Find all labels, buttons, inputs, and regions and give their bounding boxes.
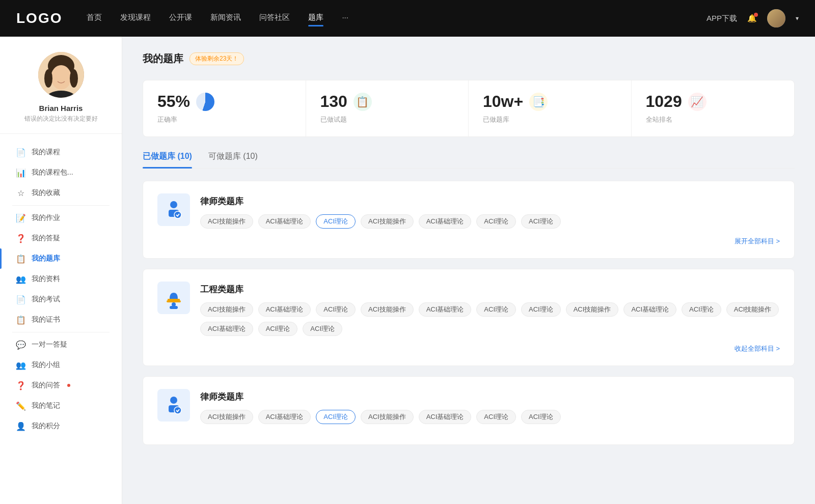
tag-2-4[interactable]: ACI基础理论 bbox=[419, 302, 472, 317]
tag-2-10[interactable]: ACI技能操作 bbox=[726, 302, 779, 317]
sidebar-item-notes[interactable]: ✏️ 我的笔记 bbox=[0, 396, 122, 416]
stat-done-value: 130 bbox=[320, 93, 347, 110]
sidebar-item-questions[interactable]: ❓ 我的问答 bbox=[0, 375, 122, 396]
sidebar-item-certificates[interactable]: 📋 我的证书 bbox=[0, 310, 122, 330]
qbank-header-2: 工程类题库 ACI技能操作 ACI基础理论 ACI理论 ACI技能操作 ACI基… bbox=[157, 282, 780, 336]
sidebar-label: 我的积分 bbox=[32, 422, 60, 431]
tag-1-0[interactable]: ACI技能操作 bbox=[200, 214, 253, 229]
qbank-card-engineer: 工程类题库 ACI技能操作 ACI基础理论 ACI理论 ACI技能操作 ACI基… bbox=[143, 269, 795, 366]
svg-point-8 bbox=[174, 211, 181, 218]
sidebar-label: 我的作业 bbox=[32, 213, 60, 222]
certificates-icon: 📋 bbox=[16, 315, 25, 324]
engineer-svg bbox=[162, 287, 185, 309]
qbank-expand-1[interactable]: 展开全部科目 > bbox=[157, 237, 780, 246]
sidebar-item-course-packages[interactable]: 📊 我的课程包... bbox=[0, 162, 122, 183]
qbank-engineer-icon bbox=[157, 282, 190, 314]
tag-2-1[interactable]: ACI基础理论 bbox=[258, 302, 311, 317]
sidebar-label: 我的资料 bbox=[32, 274, 60, 284]
stat-banks-top: 10w+ 📑 bbox=[483, 93, 617, 111]
qbank-content-2: 工程类题库 ACI技能操作 ACI基础理论 ACI理论 ACI技能操作 ACI基… bbox=[200, 282, 780, 336]
sidebar-label: 我的课程 bbox=[32, 148, 60, 157]
qbank-tags-1: ACI技能操作 ACI基础理论 ACI理论 ACI技能操作 ACI基础理论 AC… bbox=[200, 214, 780, 229]
lawyer-svg-1 bbox=[162, 199, 185, 221]
tag-1-2[interactable]: ACI理论 bbox=[316, 214, 356, 229]
sidebar-item-exams[interactable]: 📄 我的考试 bbox=[0, 289, 122, 310]
one-on-one-icon: 💬 bbox=[16, 340, 25, 349]
svg-point-15 bbox=[174, 407, 181, 414]
tag-2-5[interactable]: ACI理论 bbox=[476, 302, 516, 317]
qbank-card-lawyer-1: 律师类题库 ACI技能操作 ACI基础理论 ACI理论 ACI技能操作 ACI基… bbox=[143, 181, 795, 259]
notes-icon: ✏️ bbox=[16, 401, 25, 410]
my-courses-icon: 📄 bbox=[16, 148, 25, 157]
notification-bell[interactable]: 🔔 bbox=[747, 14, 757, 23]
qbank-icon: 📋 bbox=[16, 254, 25, 263]
tag-2-13[interactable]: ACI理论 bbox=[303, 322, 342, 336]
sidebar-item-one-on-one[interactable]: 💬 一对一答疑 bbox=[0, 334, 122, 355]
tag-2-8[interactable]: ACI基础理论 bbox=[623, 302, 676, 317]
tag-2-7[interactable]: ACI技能操作 bbox=[566, 302, 619, 317]
stat-ranking-label: 全站排名 bbox=[646, 115, 780, 124]
nav-more[interactable]: ··· bbox=[342, 13, 348, 24]
questions-icon: ❓ bbox=[16, 381, 25, 390]
tag-3-6[interactable]: ACI理论 bbox=[521, 410, 561, 424]
tab-done-banks[interactable]: 已做题库 (10) bbox=[143, 151, 192, 168]
svg-point-6 bbox=[170, 201, 177, 208]
tag-1-1[interactable]: ACI基础理论 bbox=[258, 214, 311, 229]
sidebar-label: 我的课程包... bbox=[32, 168, 73, 177]
sidebar-item-groups[interactable]: 👥 我的小组 bbox=[0, 355, 122, 375]
qbank-content-3: 律师类题库 ACI技能操作 ACI基础理论 ACI理论 ACI技能操作 ACI基… bbox=[200, 389, 780, 424]
avatar-large bbox=[38, 52, 84, 98]
stat-done-label: 已做试题 bbox=[320, 115, 454, 124]
app-download-button[interactable]: APP下载 bbox=[707, 14, 737, 23]
lawyer-svg-2 bbox=[162, 394, 185, 416]
tag-1-4[interactable]: ACI基础理论 bbox=[419, 214, 472, 229]
tag-3-5[interactable]: ACI理论 bbox=[476, 410, 516, 424]
tag-3-0[interactable]: ACI技能操作 bbox=[200, 410, 253, 424]
sidebar-item-homework[interactable]: 📝 我的作业 bbox=[0, 208, 122, 228]
tag-2-3[interactable]: ACI技能操作 bbox=[361, 302, 414, 317]
sidebar-item-my-qa[interactable]: ❓ 我的答疑 bbox=[0, 228, 122, 248]
materials-icon: 👥 bbox=[16, 274, 25, 284]
sidebar-item-my-courses[interactable]: 📄 我的课程 bbox=[0, 142, 122, 162]
svg-point-11 bbox=[172, 302, 176, 306]
tag-3-3[interactable]: ACI技能操作 bbox=[361, 410, 414, 424]
nav-discover[interactable]: 发现课程 bbox=[120, 13, 151, 24]
tag-3-1[interactable]: ACI基础理论 bbox=[258, 410, 311, 424]
tag-2-2[interactable]: ACI理论 bbox=[316, 302, 356, 317]
nav-home[interactable]: 首页 bbox=[87, 13, 102, 24]
tag-1-5[interactable]: ACI理论 bbox=[476, 214, 516, 229]
sidebar-label: 一对一答疑 bbox=[32, 340, 67, 349]
avatar-chevron-icon[interactable]: ▾ bbox=[796, 15, 799, 22]
sidebar-item-points[interactable]: 👤 我的积分 bbox=[0, 416, 122, 436]
tag-3-4[interactable]: ACI基础理论 bbox=[419, 410, 472, 424]
nav-open-course[interactable]: 公开课 bbox=[169, 13, 192, 24]
tag-3-2[interactable]: ACI理论 bbox=[316, 410, 356, 424]
nav-news[interactable]: 新闻资讯 bbox=[210, 13, 241, 24]
tag-1-6[interactable]: ACI理论 bbox=[521, 214, 561, 229]
stat-ranking-value: 1029 bbox=[646, 93, 682, 110]
tag-2-0[interactable]: ACI技能操作 bbox=[200, 302, 253, 317]
stat-banks-value: 10w+ bbox=[483, 93, 523, 110]
homework-icon: 📝 bbox=[16, 213, 25, 222]
nav-qa[interactable]: 问答社区 bbox=[259, 13, 290, 24]
tag-2-9[interactable]: ACI理论 bbox=[682, 302, 721, 317]
sidebar-item-materials[interactable]: 👥 我的资料 bbox=[0, 269, 122, 289]
tab-available-banks[interactable]: 可做题库 (10) bbox=[208, 151, 258, 168]
main-content: 我的题库 体验剩余23天！ 55% 正确率 130 📋 已做试题 bbox=[122, 37, 815, 504]
avatar[interactable] bbox=[767, 9, 785, 27]
sidebar-item-qbank[interactable]: 📋 我的题库 bbox=[0, 248, 122, 269]
tag-2-6[interactable]: ACI理论 bbox=[521, 302, 561, 317]
stats-row: 55% 正确率 130 📋 已做试题 10w+ 📑 已做题库 bbox=[143, 80, 795, 137]
stat-ranking: 1029 📈 全站排名 bbox=[632, 80, 795, 136]
qbank-collapse-2[interactable]: 收起全部科目 > bbox=[157, 344, 780, 353]
logo[interactable]: LOGO bbox=[16, 10, 62, 26]
sidebar-item-favorites[interactable]: ☆ 我的收藏 bbox=[0, 183, 122, 203]
tag-1-3[interactable]: ACI技能操作 bbox=[361, 214, 414, 229]
svg-rect-12 bbox=[170, 306, 178, 309]
nav-qbank[interactable]: 题库 bbox=[308, 13, 323, 24]
stat-done-top: 130 📋 bbox=[320, 93, 454, 111]
sidebar-motto: 错误的决定比没有决定要好 bbox=[24, 115, 98, 123]
tag-2-12[interactable]: ACI理论 bbox=[258, 322, 298, 336]
tag-2-11[interactable]: ACI基础理论 bbox=[200, 322, 253, 336]
page-header: 我的题库 体验剩余23天！ bbox=[143, 52, 795, 66]
